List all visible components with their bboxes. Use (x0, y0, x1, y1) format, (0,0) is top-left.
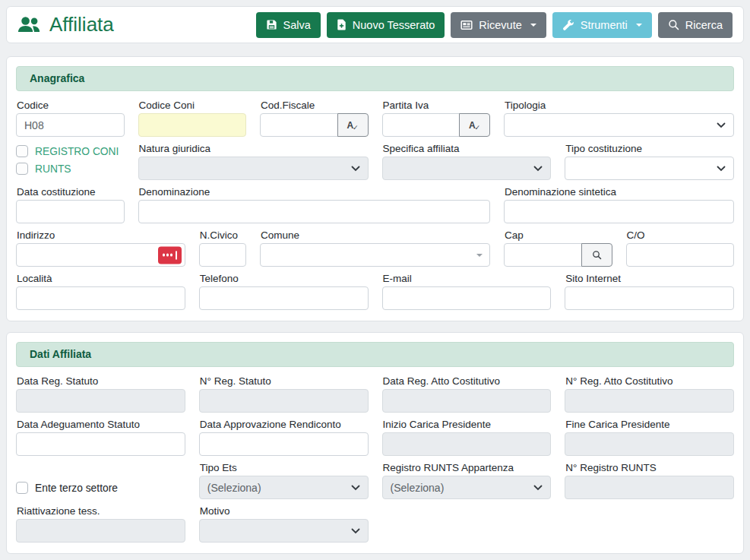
riattivazione-tess-label: Riattivazione tess. (17, 505, 185, 517)
sito-internet-input[interactable] (565, 286, 734, 310)
denominazione-sintetica-label: Denominazione sintetica (505, 186, 734, 198)
partita-iva-label: Partita Iva (383, 100, 491, 111)
chevron-down-icon (351, 166, 360, 172)
runts-checkbox[interactable]: RUNTS (16, 163, 125, 175)
n-registro-runts-input (565, 476, 734, 499)
ricevute-button[interactable]: Ricevute (451, 12, 546, 38)
localita-label: Località (17, 273, 185, 284)
registry-checkboxes: REGISTRO CONI RUNTS (16, 143, 125, 180)
data-reg-atto-costitutivo-input (382, 389, 552, 413)
telefono-input[interactable] (199, 286, 369, 310)
data-costituzione-label: Data costituzione (17, 186, 125, 198)
checkbox-icon[interactable] (16, 482, 28, 494)
registro-runts-appartenza-value: (Seleziona) (391, 482, 445, 494)
checkbox-icon[interactable] (16, 145, 28, 157)
specifica-affiliata-select (382, 157, 552, 180)
codice-label: Codice (17, 100, 125, 111)
co-label: C/O (627, 229, 735, 241)
ellipsis-icon (163, 254, 166, 257)
partita-iva-verify-button[interactable]: A✓ (459, 113, 490, 137)
tipo-ets-label: Tipo Ets (200, 462, 369, 473)
anagrafica-row-1: Codice Codice Coni Cod.Fiscale A✓ Partit… (16, 100, 734, 137)
dati-row-2: Data Adeguamento Statuto Data Approvazio… (16, 419, 734, 456)
field-tipologia: Tipologia (504, 100, 734, 137)
tipologia-select[interactable] (504, 113, 734, 137)
nuovo-tesserato-button[interactable]: Nuovo Tesserato (327, 12, 445, 38)
denominazione-label: Denominazione (139, 186, 491, 198)
comune-combobox[interactable] (260, 243, 490, 267)
data-approvazione-rendiconto-input[interactable] (199, 432, 369, 456)
field-co: C/O (626, 229, 735, 267)
search-icon (592, 250, 602, 260)
field-data-reg-atto-costitutivo: Data Reg. Atto Costitutivo (382, 375, 552, 413)
inizio-carica-presidente-label: Inizio Carica Presidente (383, 419, 552, 430)
tipo-costituzione-select[interactable] (565, 157, 734, 180)
co-input[interactable] (626, 243, 735, 267)
cap-input[interactable] (504, 243, 582, 267)
cap-search-button[interactable] (581, 243, 612, 267)
cursor-bar-icon (176, 251, 177, 259)
field-denominazione-sintetica: Denominazione sintetica (504, 186, 734, 223)
checkbox-icon[interactable] (16, 163, 28, 175)
ricerca-button[interactable]: Ricerca (658, 12, 733, 38)
n-civico-label: N.Civico (200, 229, 246, 241)
registro-runts-appartenza-select: (Seleziona) (382, 476, 552, 499)
field-n-civico: N.Civico (199, 229, 246, 267)
field-n-reg-atto-costitutivo: N° Reg. Atto Costitutivo (565, 375, 734, 413)
cod-fiscale-input[interactable] (260, 113, 338, 137)
telefono-label: Telefono (200, 273, 369, 284)
data-adeguamento-statuto-input[interactable] (16, 432, 185, 456)
comune-label: Comune (261, 229, 490, 241)
dati-affiliata-panel-title: Dati Affiliata (16, 342, 734, 367)
chevron-down-icon (717, 122, 726, 128)
field-telefono: Telefono (199, 273, 369, 310)
data-adeguamento-statuto-label: Data Adeguamento Statuto (17, 419, 185, 430)
chevron-down-icon (533, 166, 543, 172)
cap-label: Cap (505, 229, 612, 241)
field-sito-internet: Sito Internet (565, 273, 734, 310)
codice-coni-input[interactable] (138, 113, 247, 137)
riattivazione-tess-input (16, 519, 185, 543)
denominazione-input[interactable] (138, 200, 491, 223)
field-data-costituzione: Data costituzione (16, 186, 125, 223)
n-civico-input[interactable] (199, 243, 246, 267)
tipologia-label: Tipologia (505, 100, 734, 111)
page-title-wrap: Affiliata (17, 13, 114, 36)
partita-iva-input[interactable] (382, 113, 460, 137)
field-data-approvazione-rendiconto: Data Approvazione Rendiconto (199, 419, 369, 456)
fine-carica-presidente-input (565, 432, 734, 456)
save-icon (266, 19, 277, 30)
n-reg-statuto-input (199, 389, 369, 413)
ricerca-label: Ricerca (685, 19, 723, 31)
data-costituzione-input[interactable] (16, 200, 125, 223)
ente-terzo-settore-checkbox[interactable]: Ente terzo settore (16, 482, 118, 494)
localita-input[interactable] (16, 286, 185, 310)
email-input[interactable] (382, 286, 552, 310)
chevron-down-icon (351, 528, 360, 534)
top-bar: Affiliata Salva Nuovo Tesserato (6, 6, 744, 43)
field-codice: Codice (16, 100, 125, 137)
nuovo-tesserato-label: Nuovo Tesserato (353, 19, 435, 31)
email-label: E-mail (383, 273, 552, 284)
cod-fiscale-verify-button[interactable]: A✓ (337, 113, 369, 137)
field-n-reg-statuto: N° Reg. Statuto (199, 375, 369, 413)
motivo-label: Motivo (200, 505, 369, 517)
specifica-affiliata-label: Specifica affiliata (383, 143, 552, 154)
strumenti-button[interactable]: Strumenti (552, 12, 652, 38)
combo-caret-icon (476, 254, 483, 257)
field-specifica-affiliata: Specifica affiliata (382, 143, 552, 180)
dati-row-1: Data Reg. Statuto N° Reg. Statuto Data R… (16, 375, 734, 413)
salva-button[interactable]: Salva (256, 12, 321, 38)
indirizzo-lookup-button[interactable] (158, 246, 182, 264)
wrench-icon (562, 19, 574, 31)
ricevute-label: Ricevute (479, 19, 521, 31)
ente-terzo-settore-label: Ente terzo settore (35, 482, 118, 494)
registro-coni-checkbox[interactable]: REGISTRO CONI (16, 145, 125, 157)
tipo-ets-select: (Seleziona) (199, 476, 369, 499)
codice-input[interactable] (16, 113, 125, 137)
n-reg-atto-costitutivo-label: N° Reg. Atto Costitutivo (565, 375, 734, 387)
field-natura-giuridica: Natura giuridica (138, 143, 369, 180)
n-reg-atto-costitutivo-input (565, 389, 734, 413)
field-ente-terzo-settore: Ente terzo settore (16, 462, 185, 499)
denominazione-sintetica-input[interactable] (504, 200, 734, 223)
